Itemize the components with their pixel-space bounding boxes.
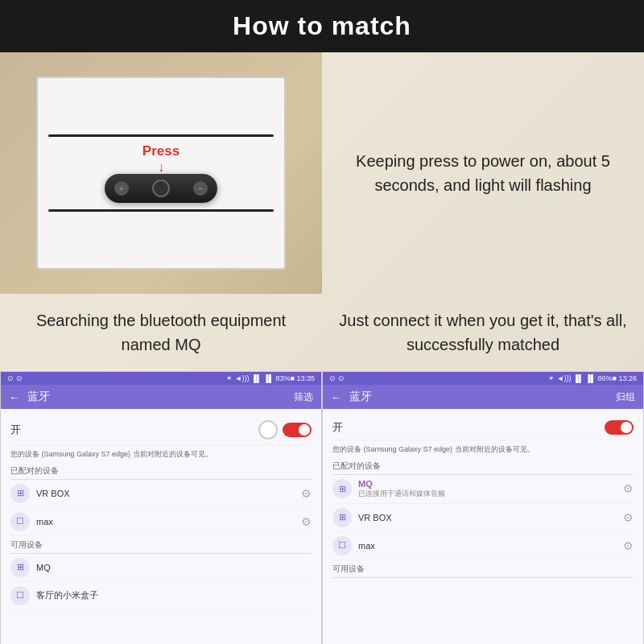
device-row-vr-box-left[interactable]: ⊞ VR BOX ⚙	[10, 480, 312, 508]
right-panel: Keeping press to power on, about 5 secon…	[322, 52, 644, 644]
nav-title-right: 蓝牙	[349, 390, 608, 404]
step3-text-area: Searching the bluetooth equipment named …	[0, 294, 322, 371]
main-content: Press ↓ + − Searching the bluetooth equi…	[0, 52, 644, 644]
earphone-visual: Press ↓ + −	[48, 134, 274, 212]
device-icon-mq-available: ⊞	[10, 558, 30, 577]
device-icon-mq-paired: ⊞	[332, 479, 352, 498]
section-paired-right: 已配对的设备	[332, 457, 634, 475]
toggle-label-left: 开	[10, 423, 21, 437]
device-icon-max-left: ☐	[10, 512, 30, 531]
gear-icon-max-right[interactable]: ⚙	[623, 539, 634, 552]
press-label: Press	[142, 143, 180, 159]
toggle-circle-left	[258, 420, 278, 440]
device-icon-xiaomi: ☐	[10, 586, 30, 605]
earphone-image-box: Press ↓ + −	[36, 76, 286, 270]
controller-body: + −	[105, 174, 217, 203]
toggle-switch-left[interactable]	[258, 420, 312, 440]
step1-image-area: Press ↓ + −	[0, 52, 322, 294]
step4-text-area: Just connect it when you get it, that's …	[322, 294, 644, 371]
status-bar-right: ⊙ ⊙ ✴ ◄))) ▐▌ ▐▌ 86%■ 13:26	[323, 372, 643, 385]
gear-icon-vr-box-right[interactable]: ⚙	[623, 511, 634, 524]
device-name-vr-box: VR BOX	[36, 489, 295, 498]
phone-screenshot-left: ⊙ ⊙ ✴ ◄))) ▐▌ ▐▌ 83%■ 13:35 ← 蓝牙 筛选 开 您的…	[0, 371, 322, 644]
press-arrow: ↓	[158, 161, 164, 174]
toggle-row-right: 开	[332, 415, 634, 440]
toggle-switch-right[interactable]	[605, 420, 634, 435]
device-desc-right: 您的设备 (Samsung Galaxy S7 edge) 当前对附近的设备可见…	[332, 440, 634, 457]
toggle-on-right	[605, 420, 634, 435]
device-sub-mq: 已连接用于通话和媒体音频	[358, 489, 617, 499]
device-desc-left: 您的设备 (Samsung Galaxy S7 edge) 当前对附近的设备可见…	[10, 445, 312, 462]
toggle-on-left	[283, 423, 312, 437]
phone-content-left: 开 您的设备 (Samsung Galaxy S7 edge) 当前对附近的设备…	[1, 409, 321, 644]
nav-back-left[interactable]: ←	[9, 391, 19, 403]
device-name-mq-paired: MQ	[358, 479, 617, 489]
device-name-vr-box-right: VR BOX	[358, 513, 617, 522]
device-name-mq-available: MQ	[36, 563, 312, 572]
status-right-right-icons: ✴ ◄))) ▐▌ ▐▌ 86%■ 13:26	[548, 374, 637, 382]
toggle-row-left: 开	[10, 415, 312, 445]
device-icon-max-right: ☐	[332, 536, 352, 555]
device-icon-vr-box: ⊞	[10, 484, 30, 503]
wire-bottom	[48, 209, 274, 212]
device-row-xiaomi[interactable]: ☐ 客厅的小米盒子	[10, 582, 312, 610]
left-panel: Press ↓ + − Searching the bluetooth equi…	[0, 52, 322, 644]
step2-text: Keeping press to power on, about 5 secon…	[346, 149, 620, 197]
gear-icon-max-left[interactable]: ⚙	[301, 515, 312, 528]
device-info-mq: MQ 已连接用于通话和媒体音频	[358, 479, 617, 499]
device-row-max-left[interactable]: ☐ max ⚙	[10, 508, 312, 536]
nav-action-right[interactable]: 归组	[616, 390, 635, 404]
step2-text-area: Keeping press to power on, about 5 secon…	[322, 52, 644, 294]
header-title: How to match	[233, 11, 411, 40]
status-left-icons: ⊙ ⊙	[7, 374, 23, 382]
device-row-vr-box-right[interactable]: ⊞ VR BOX ⚙	[332, 504, 634, 532]
nav-bar-left[interactable]: ← 蓝牙 筛选	[1, 385, 321, 409]
section-paired-left: 已配对的设备	[10, 462, 312, 480]
step4-text: Just connect it when you get it, that's …	[339, 312, 626, 353]
page-header: How to match	[0, 0, 644, 52]
nav-back-right[interactable]: ←	[331, 391, 341, 403]
status-right-left-icons: ⊙ ⊙	[329, 374, 345, 382]
section-available-right: 可用设备	[332, 560, 634, 578]
gear-icon-mq-paired[interactable]: ⚙	[623, 482, 634, 495]
phone-screenshot-right: ⊙ ⊙ ✴ ◄))) ▐▌ ▐▌ 86%■ 13:26 ← 蓝牙 归组 开 您的…	[322, 371, 644, 644]
device-name-xiaomi: 客厅的小米盒子	[36, 589, 312, 601]
status-bar-left: ⊙ ⊙ ✴ ◄))) ▐▌ ▐▌ 83%■ 13:35	[1, 372, 321, 385]
status-right-icons: ✴ ◄))) ▐▌ ▐▌ 83%■ 13:35	[226, 374, 315, 382]
wire-top	[48, 134, 274, 137]
main-button	[152, 180, 170, 197]
device-name-max-left: max	[36, 517, 295, 526]
plus-button: +	[114, 181, 129, 196]
phone-content-right: 开 您的设备 (Samsung Galaxy S7 edge) 当前对附近的设备…	[323, 409, 643, 644]
device-name-max-right: max	[358, 541, 617, 551]
device-row-max-right[interactable]: ☐ max ⚙	[332, 532, 634, 560]
device-icon-vr-box-right: ⊞	[332, 508, 352, 527]
gear-icon-vr-box[interactable]: ⚙	[301, 487, 312, 500]
nav-bar-right[interactable]: ← 蓝牙 归组	[323, 385, 643, 409]
toggle-label-right: 开	[332, 420, 343, 435]
minus-button: −	[193, 181, 208, 196]
nav-title-left: 蓝牙	[27, 390, 286, 404]
section-available-left: 可用设备	[10, 536, 312, 554]
nav-action-left[interactable]: 筛选	[294, 390, 313, 404]
device-row-mq-available[interactable]: ⊞ MQ	[10, 554, 312, 582]
device-row-mq-paired[interactable]: ⊞ MQ 已连接用于通话和媒体音频 ⚙	[332, 475, 634, 504]
step3-text: Searching the bluetooth equipment named …	[36, 312, 286, 353]
